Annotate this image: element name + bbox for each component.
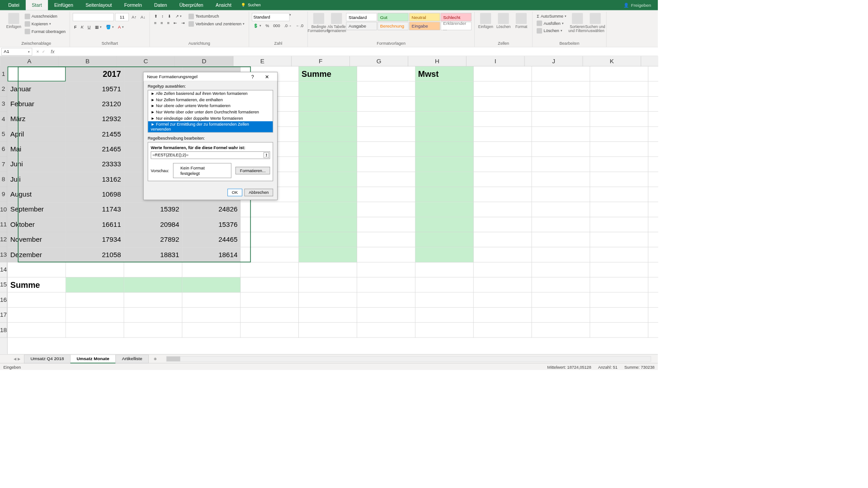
cell[interactable] [648,187,658,202]
name-box[interactable]: A1▾ [1,48,32,56]
bold-button[interactable]: F [73,24,78,30]
cell[interactable]: September [8,202,66,217]
cell[interactable]: 27892 [124,232,182,247]
row-header-16[interactable]: 16 [0,292,7,307]
cell[interactable] [357,157,415,172]
font-color-button[interactable]: A▾ [117,24,125,30]
cell-style-5[interactable]: Berechnung [378,22,409,30]
tab-einfügen[interactable]: Einfügen [48,0,79,10]
cell[interactable] [590,263,648,277]
cell[interactable]: Summe [299,66,357,81]
add-sheet-button[interactable]: ⊕ [151,355,159,363]
cell[interactable] [415,323,474,338]
cell[interactable] [124,323,182,338]
cell[interactable] [648,112,658,127]
cell[interactable] [532,247,590,262]
cell[interactable] [241,292,299,307]
cell[interactable] [474,323,532,338]
cell[interactable] [241,217,299,232]
cell[interactable]: 18614 [182,247,241,262]
cell[interactable] [590,142,648,157]
cell[interactable] [415,142,474,157]
cell[interactable]: 19571 [66,81,124,96]
font-size-select[interactable] [115,13,129,21]
cell[interactable] [241,232,299,247]
fill-button[interactable]: Ausfüllen▾ [535,20,568,27]
rule-option-4[interactable]: ► Nur eindeutige oder doppelte Werte for… [148,115,273,122]
cell-style-1[interactable]: Gut [378,13,409,21]
cell[interactable] [299,277,357,292]
cell[interactable] [474,172,532,187]
cell[interactable] [474,277,532,292]
cell[interactable] [357,277,415,292]
rule-formula-input[interactable]: =REST(ZEILE();2)= ↥ [151,151,270,159]
cell[interactable]: 23333 [66,157,124,172]
cell[interactable] [648,97,658,112]
col-header-E[interactable]: E [233,56,292,66]
cell[interactable] [590,308,648,323]
cell[interactable] [648,127,658,141]
cell[interactable] [357,81,415,96]
col-header-D[interactable]: D [175,56,233,66]
row-header-17[interactable]: 17 [0,308,7,323]
indent-increase-button[interactable]: ⇥ [180,20,186,26]
cell[interactable] [299,142,357,157]
cell[interactable] [124,308,182,323]
increase-font-button[interactable]: A↑ [130,14,138,20]
cell[interactable] [648,217,658,232]
dialog-close-button[interactable]: ✕ [260,72,274,80]
comma-button[interactable]: 000 [272,23,281,29]
cell[interactable] [66,323,124,338]
cell[interactable] [357,217,415,232]
cell[interactable] [474,127,532,141]
cell[interactable] [590,97,648,112]
cell-style-4[interactable]: Ausgabe [346,22,377,30]
cell[interactable] [590,292,648,307]
cell[interactable] [590,157,648,172]
cell-style-7[interactable]: Erklärender ... [441,22,472,30]
row-header-6[interactable]: 6 [0,142,7,157]
cancel-formula-icon[interactable]: ✕ [36,49,39,54]
paste-button[interactable]: Einfügen [5,13,22,29]
col-header-G[interactable]: G [350,56,408,66]
cell[interactable]: August [8,187,66,202]
cell[interactable] [474,157,532,172]
cell[interactable] [532,97,590,112]
cell[interactable] [415,97,474,112]
cell[interactable] [532,81,590,96]
cell[interactable]: Summe [8,277,66,292]
row-header-13[interactable]: 13 [0,247,7,262]
cell[interactable] [241,247,299,262]
cell[interactable] [474,232,532,247]
number-format-select[interactable] [252,13,289,21]
cell[interactable] [532,263,590,277]
cell[interactable] [648,292,658,307]
rule-option-5[interactable]: ► Formel zur Ermittlung der zu formatier… [148,121,273,132]
align-middle-button[interactable]: ↕ [160,13,165,19]
tab-seitenlayout[interactable]: Seitenlayout [80,0,118,10]
cell[interactable] [182,323,241,338]
find-select-button[interactable]: Suchen und Auswählen [587,13,603,33]
cell[interactable] [590,187,648,202]
cell[interactable] [474,202,532,217]
cell[interactable] [532,187,590,202]
cell[interactable]: Oktober [8,217,66,232]
tell-me-search[interactable]: 💡 Suchen [241,3,260,7]
cell[interactable] [648,81,658,96]
font-family-select[interactable] [73,13,114,21]
cell[interactable] [474,142,532,157]
cancel-button[interactable]: Abbrechen [244,189,273,197]
cell[interactable] [357,247,415,262]
cell[interactable] [66,308,124,323]
cell[interactable] [357,323,415,338]
cell[interactable] [299,157,357,172]
collapse-dialog-icon[interactable]: ↥ [264,152,269,158]
cell[interactable] [648,157,658,172]
cell[interactable] [66,292,124,307]
cell[interactable]: April [8,127,66,141]
fill-color-button[interactable]: 🪣▾ [104,24,115,30]
col-header-H[interactable]: H [408,56,467,66]
row-header-3[interactable]: 3 [0,97,7,112]
row-header-1[interactable]: 1 [0,66,7,81]
cell[interactable] [66,277,124,292]
